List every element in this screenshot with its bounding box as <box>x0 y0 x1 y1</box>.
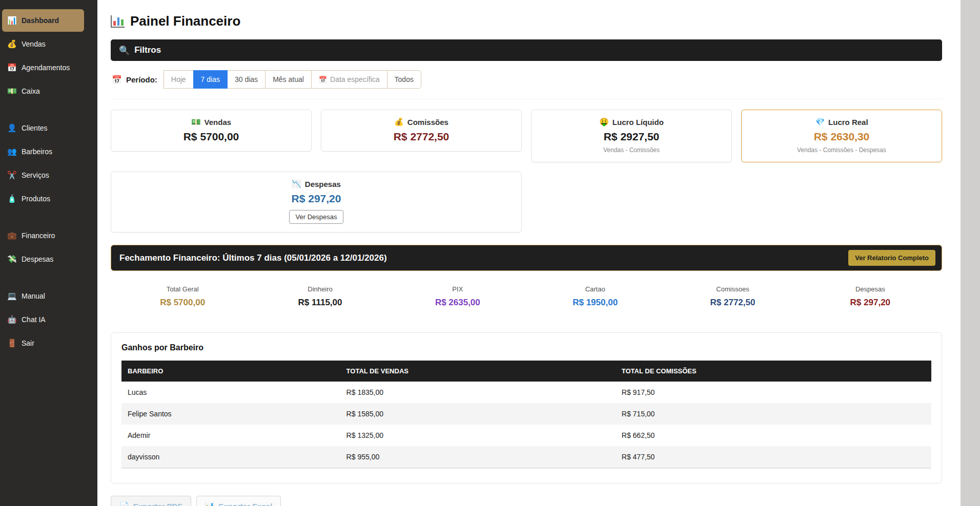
export-row: 📄 Exportar PDF 📊 Exportar Excel <box>111 496 942 506</box>
summary-card: 💰 Comissões R$ 2772,50 <box>321 110 522 152</box>
closing-stat: Comissoes R$ 2772,50 <box>664 285 801 308</box>
sidebar-item[interactable]: 👤 Clientes <box>2 117 84 139</box>
stat-value: R$ 5700,00 <box>114 298 251 308</box>
bar-chart-icon <box>111 15 125 28</box>
sidebar-item[interactable]: 🚪 Sair <box>2 332 84 354</box>
closing-title: Fechamento Financeiro: Últimos 7 dias (0… <box>119 253 387 263</box>
card-icon: 💵 <box>191 117 201 126</box>
sidebar-item-icon: 🤖 <box>7 315 16 324</box>
period-label: Período: <box>126 75 157 84</box>
sidebar-item-label: Vendas <box>22 40 46 48</box>
summary-card: 💎 Lucro Real R$ 2630,30 Vendas - Comissõ… <box>741 110 942 162</box>
stat-label: Dinheiro <box>251 285 389 293</box>
filters-title: Filtros <box>134 45 161 55</box>
sidebar-item-icon: 📊 <box>7 16 16 25</box>
document-icon: 📄 <box>119 501 129 506</box>
earnings-header-row: BARBEIRO TOTAL DE VENDAS TOTAL DE COMISS… <box>121 361 931 382</box>
sidebar-item[interactable]: 🤖 Chat IA <box>2 308 84 331</box>
sidebar-item-label: Financeiro <box>22 231 55 240</box>
stat-label: Despesas <box>802 285 939 293</box>
card-label: Comissões <box>407 118 448 126</box>
sales-total-cell: R$ 955,00 <box>340 446 616 468</box>
closing-stat: Despesas R$ 297,20 <box>802 285 939 308</box>
sidebar-item[interactable]: 💰 Vendas <box>2 33 84 55</box>
sidebar-item-label: Clientes <box>22 124 48 132</box>
column-header-comissoes: TOTAL DE COMISSÕES <box>616 361 931 382</box>
filters-header: 🔍 Filtros <box>111 39 942 61</box>
period-option-button[interactable]: Todos <box>387 70 421 89</box>
page-title: Painel Financeiro <box>130 13 240 29</box>
period-option-button[interactable]: 📅 Data específica <box>311 70 387 89</box>
period-option-label: Hoje <box>171 75 186 83</box>
stat-value: R$ 1950,00 <box>526 298 664 308</box>
export-excel-button[interactable]: 📊 Exportar Excel <box>196 496 281 506</box>
sidebar-item-icon: 💵 <box>7 87 16 96</box>
barber-name-cell: Felipe Santos <box>121 403 340 425</box>
earnings-panel: Ganhos por Barbeiro BARBEIRO TOTAL DE VE… <box>111 332 942 483</box>
card-value: R$ 2630,30 <box>748 131 935 143</box>
sales-total-cell: R$ 1585,00 <box>340 403 616 425</box>
full-report-button[interactable]: Ver Relatorio Completo <box>848 250 935 266</box>
page-header: Painel Financeiro <box>111 13 942 29</box>
period-option-label: 30 dias <box>235 75 258 83</box>
sidebar-item-label: Barbeiros <box>22 147 52 156</box>
sidebar-item[interactable]: 💼 Financeiro <box>2 224 84 247</box>
card-subtitle: Vendas - Comissões <box>538 146 725 154</box>
sidebar-item[interactable]: 💻 Manual <box>2 285 84 307</box>
sidebar-item[interactable]: 💵 Caixa <box>2 80 84 102</box>
main-content: Painel Financeiro 🔍 Filtros 📅 Período: H… <box>97 0 961 506</box>
sidebar-item-icon: 📅 <box>7 63 16 72</box>
export-pdf-button[interactable]: 📄 Exportar PDF <box>111 496 191 506</box>
closing-stats: Total Geral R$ 5700,00 Dinheiro R$ 1115,… <box>111 271 942 325</box>
sidebar-item-label: Chat IA <box>22 315 46 324</box>
sidebar-item[interactable]: 🧴 Produtos <box>2 187 84 210</box>
card-label: Lucro Líquido <box>612 118 664 126</box>
sales-total-cell: R$ 1835,00 <box>340 382 616 403</box>
sidebar-nav: 📊 Dashboard 💰 Vendas 📅 Agendamentos 💵 Ca… <box>0 9 97 354</box>
stat-label: Cartao <box>526 285 664 293</box>
sidebar-item[interactable]: 💸 Despesas <box>2 248 84 270</box>
earnings-table-body: Lucas R$ 1835,00 R$ 917,50 Felipe Santos… <box>121 382 931 468</box>
search-icon: 🔍 <box>119 45 130 55</box>
commissions-total-cell: R$ 917,50 <box>616 382 931 403</box>
summary-card: 🤑 Lucro Líquido R$ 2927,50 Vendas - Comi… <box>531 110 732 162</box>
period-option-button[interactable]: 30 dias <box>227 70 266 89</box>
app-window: 📊 Dashboard 💰 Vendas 📅 Agendamentos 💵 Ca… <box>0 0 961 506</box>
stat-value: R$ 2635,00 <box>389 298 526 308</box>
barber-name-cell: Ademir <box>121 425 340 446</box>
sidebar-item[interactable]: 📊 Dashboard <box>2 9 84 32</box>
commissions-total-cell: R$ 477,50 <box>616 446 931 468</box>
period-option-button[interactable]: 7 dias <box>193 70 228 89</box>
closing-stat: Dinheiro R$ 1115,00 <box>251 285 389 308</box>
period-options: Hoje 7 dias 30 dias <box>164 70 421 89</box>
sidebar-item-icon: 🧴 <box>7 194 16 203</box>
stat-value: R$ 297,20 <box>802 298 939 308</box>
barber-name-cell: Lucas <box>121 382 340 403</box>
period-option-label: Mês atual <box>273 75 304 83</box>
stat-label: Comissoes <box>664 285 801 293</box>
period-option-button[interactable]: Mês atual <box>265 70 312 89</box>
barber-name-cell: dayvisson <box>121 446 340 468</box>
sidebar-item[interactable]: 👥 Barbeiros <box>2 140 84 163</box>
filters-panel: 🔍 Filtros 📅 Período: Hoje <box>111 39 942 99</box>
chart-down-icon: 📉 <box>292 179 301 188</box>
card-subtitle: Vendas - Comissões - Despesas <box>748 146 935 154</box>
period-option-button[interactable]: Hoje <box>164 70 194 89</box>
sidebar-item-icon: 👤 <box>7 123 16 133</box>
view-expenses-button[interactable]: Ver Despesas <box>289 210 344 224</box>
sidebar-item[interactable]: ✂️ Serviços <box>2 164 84 186</box>
card-icon: 💎 <box>815 117 825 126</box>
calendar-icon: 📅 <box>319 76 327 83</box>
table-row: Lucas R$ 1835,00 R$ 917,50 <box>121 382 931 403</box>
closing-stat: Total Geral R$ 5700,00 <box>114 285 251 308</box>
sidebar-item-icon: 💼 <box>7 231 16 240</box>
closing-stat: PIX R$ 2635,00 <box>389 285 526 308</box>
stat-label: Total Geral <box>114 285 251 293</box>
card-value: R$ 5700,00 <box>117 131 305 143</box>
sidebar-item-label: Caixa <box>22 87 40 95</box>
earnings-table: BARBEIRO TOTAL DE VENDAS TOTAL DE COMISS… <box>121 361 931 469</box>
sidebar-item-label: Agendamentos <box>22 64 70 72</box>
summary-cards: 💵 Vendas R$ 5700,00 💰 Comissões R$ 2772,… <box>111 110 942 162</box>
sidebar-item[interactable]: 📅 Agendamentos <box>2 56 84 79</box>
export-pdf-label: Exportar PDF <box>133 502 182 506</box>
